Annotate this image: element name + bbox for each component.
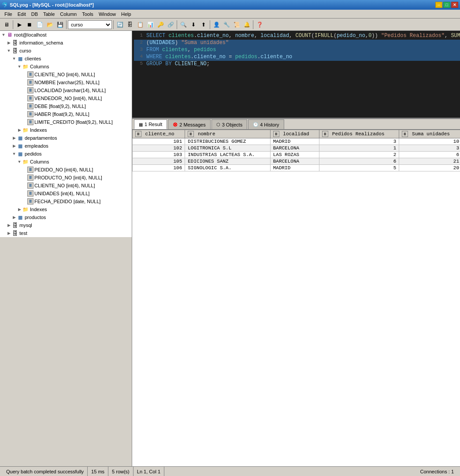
new-connection-btn[interactable]: 🖥 [2,20,11,30]
close-button[interactable]: ✕ [451,2,458,8]
maximize-button[interactable]: □ [443,2,450,8]
expand-icon-pedidos-cols[interactable]: ▼ [17,160,22,164]
expand-icon-clientes[interactable]: ▼ [11,56,17,61]
tree-node-pcol5[interactable]: · Ⅲ FECHA_PEDIDO [date, NULL] [0,197,132,205]
sql-code-4: WHERE clientes.cliente_no = pedidos.clie… [146,54,292,61]
object-browser[interactable]: ▼ 🖥 root@localhost ▶ 🗄 information_schem… [0,31,132,237]
tree-node-clientes-indexes[interactable]: ▶ 📁 Indexes [0,126,132,134]
save-btn[interactable]: 💾 [55,20,65,30]
tree-node-col2[interactable]: · Ⅲ NOMBRE [varchar(25), NULL] [0,78,132,86]
history-icon: 🕐 [253,122,258,127]
column-btn[interactable]: 📊 [145,20,155,30]
expand-icon-infoschema[interactable]: ▶ [6,41,11,45]
status-time: 15 ms [88,467,108,476]
users-btn[interactable]: 👤 [211,20,221,30]
schema-btn[interactable]: 🗄 [125,20,135,30]
tree-node-clientes-columns[interactable]: ▼ 📁 Columns [0,63,132,71]
expand-icon-empleados[interactable]: ▶ [11,144,17,148]
tree-label-root: root@localhost [14,32,47,37]
tree-node-pedidos[interactable]: ▼ ▦ pedidos [0,150,132,158]
index-btn[interactable]: 🔑 [156,20,165,30]
tree-label-pedidos: pedidos [25,151,42,156]
menu-file[interactable]: File [2,11,15,18]
tree-panel-wrapper: ▼ 🖥 root@localhost ▶ 🗄 information_schem… [0,31,132,466]
column-icon-pcol1: Ⅲ [27,167,33,173]
col-header-cliente-no: Ⅲ cliente_no [133,130,185,138]
tree-node-curso[interactable]: ▼ 🗄 curso [0,47,132,55]
expand-icon-curso[interactable]: ▼ [6,48,11,53]
tree-node-clientes[interactable]: ▼ ▦ clientes [0,55,132,63]
tree-node-info-schema[interactable]: ▶ 🗄 information_schema [0,39,132,47]
database-select[interactable]: curso information_schema mysql test [68,20,112,29]
toolbar-sep-4 [177,20,177,29]
open-btn[interactable]: 📂 [45,20,55,30]
expand-icon-clientes-idx[interactable]: ▶ [17,128,22,132]
expand-icon-pedidos[interactable]: ▼ [11,152,17,156]
export-btn[interactable]: ⬆ [199,20,208,30]
tree-node-mysql[interactable]: ▶ 🗄 mysql [0,221,132,229]
expand-icon-clientes-cols[interactable]: ▼ [17,64,22,69]
execute-btn[interactable]: ▶ [15,20,24,30]
new-query-btn[interactable]: 📄 [35,20,45,30]
tree-node-pcol3[interactable]: · Ⅲ CLIENTE_NO [int(4), NULL] [0,182,132,190]
import-btn[interactable]: ⬇ [189,20,198,30]
menu-column[interactable]: Column [57,11,79,18]
tree-node-col6[interactable]: · Ⅲ HABER [float(9,2), NULL] [0,110,132,118]
col-header-pedidos-realizados: Ⅲ Pedidos Realizados [319,130,399,138]
table-btn[interactable]: 📋 [135,20,145,30]
tab-objects[interactable]: ⬡ 3 Objects [211,119,247,129]
tree-node-pcol2[interactable]: · Ⅲ PRODUCTO_NO [int(4), NULL] [0,174,132,182]
menu-db[interactable]: DB [29,11,41,18]
tree-node-col1[interactable]: · Ⅲ CLIENTE_NO [int(4), NULL] [0,71,132,78]
col-icon-5: Ⅲ [402,131,408,137]
error-icon: ⊗ [173,121,178,128]
expand-icon-root[interactable]: ▼ [1,33,6,37]
column-icon-pcol3: Ⅲ [27,182,33,189]
tree-node-pcol1[interactable]: · Ⅲ PEDIDO_NO [int(4), NULL] [0,166,132,174]
menu-tools[interactable]: Tools [79,11,96,18]
search-btn[interactable]: 🔍 [178,20,188,30]
database-icon-test: 🗄 [11,230,19,237]
fk-btn[interactable]: 🔗 [166,20,175,30]
expand-icon-departamentos[interactable]: ▶ [11,136,17,140]
folder-icon-clientes-idx: 📁 [22,126,29,134]
help-btn[interactable]: ❓ [255,20,264,30]
tab-history[interactable]: 🕐 4 History [248,119,284,129]
tree-node-col7[interactable]: · Ⅲ LIMITE_CREDITO [float(9,2), NULL] [0,118,132,126]
tree-node-col4[interactable]: · Ⅲ VENDEDOR_NO [int(4), NULL] [0,94,132,102]
tree-node-departamentos[interactable]: ▶ ▦ departamentos [0,134,132,142]
toolbar-sep-1 [13,20,13,29]
tree-node-col3[interactable]: · Ⅲ LOCALIDAD [varchar(14), NULL] [0,86,132,94]
menu-edit[interactable]: Edit [15,11,29,18]
tree-node-root[interactable]: ▼ 🖥 root@localhost [0,31,132,39]
cell-cliente-no: 103 [133,152,185,158]
tab-messages[interactable]: ⊗ 2 Messages [168,119,210,129]
menu-window[interactable]: Window [96,11,119,18]
expand-icon-test[interactable]: ▶ [6,231,11,235]
expand-icon-pedidos-idx[interactable]: ▶ [17,207,22,212]
sql-editor[interactable]: 1 SELECT clientes.cliente_no, nombre, lo… [132,31,460,119]
tree-node-test[interactable]: ▶ 🗄 test [0,229,132,237]
tools-btn[interactable]: 🔧 [222,20,231,30]
history-btn[interactable]: 📜 [232,20,241,30]
expand-icon-mysql[interactable]: ▶ [6,223,11,227]
menu-help[interactable]: Help [119,11,134,18]
menu-table[interactable]: Table [41,11,57,18]
tree-node-productos[interactable]: ▶ ▦ productos [0,213,132,221]
minimize-button[interactable]: ─ [435,2,442,8]
expand-icon-productos[interactable]: ▶ [11,215,17,219]
tree-node-col5[interactable]: · Ⅲ DEBE [float(9,2), NULL] [0,102,132,110]
tab-result[interactable]: ▦ 1 Result [134,119,167,129]
sql-code-1: SELECT clientes.cliente_no, nombre, loca… [146,33,460,40]
tree-node-empleados[interactable]: ▶ ▦ empleados [0,142,132,150]
tree-node-pcol4[interactable]: · Ⅲ UNIDADES [int(4), NULL] [0,190,132,197]
notifications-btn[interactable]: 🔔 [242,20,252,30]
stop-btn[interactable]: ⏹ [25,20,34,30]
refresh-btn[interactable]: 🔄 [115,20,125,30]
table-icon-pedidos: ▦ [17,150,24,157]
tree-node-pedidos-columns[interactable]: ▼ 📁 Columns [0,158,132,166]
tree-node-pedidos-indexes[interactable]: ▶ 📁 Indexes [0,205,132,213]
table-row: 101 DISTRIBUCIONES GOMEZ MADRID 3 10 [133,138,460,145]
results-grid[interactable]: Ⅲ cliente_no Ⅲ nombre Ⅲ localidad Ⅲ [132,130,460,466]
cell-suma: 3 [399,145,460,152]
